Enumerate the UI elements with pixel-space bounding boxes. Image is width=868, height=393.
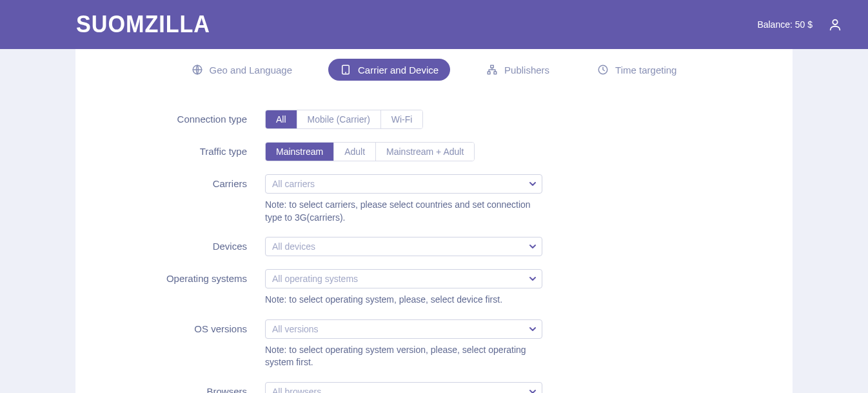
carriers-select[interactable]: All carriers (265, 174, 542, 194)
traffic-type-both[interactable]: Mainstream + Adult (376, 143, 474, 161)
svg-point-3 (346, 72, 346, 73)
chevron-down-icon (528, 324, 538, 334)
chevron-down-icon (528, 387, 538, 393)
tab-geo-language[interactable]: Geo and Language (180, 59, 304, 81)
label-browsers: Browsers (95, 382, 265, 393)
label-connection-type: Connection type (95, 110, 265, 125)
label-devices: Devices (95, 237, 265, 252)
os-note: Note: to select operating system, please… (265, 294, 542, 307)
connection-type-group: All Mobile (Carrier) Wi-Fi (265, 110, 423, 129)
label-operating-systems: Operating systems (95, 269, 265, 284)
select-value: All browsers (272, 387, 321, 393)
label-os-versions: OS versions (95, 319, 265, 334)
browsers-select[interactable]: All browsers (265, 382, 542, 393)
label-traffic-type: Traffic type (95, 142, 265, 157)
chevron-down-icon (528, 241, 538, 252)
select-value: All versions (272, 324, 319, 334)
select-value: All devices (272, 241, 315, 252)
settings-card: Geo and Language Carrier and Device P (75, 49, 793, 393)
os-select[interactable]: All operating systems (265, 269, 542, 288)
tablet-icon (340, 64, 351, 76)
tab-label: Carrier and Device (358, 65, 439, 76)
row-devices: Devices All devices (95, 237, 773, 256)
os-versions-note: Note: to select operating system version… (265, 344, 542, 369)
user-icon[interactable] (828, 17, 842, 32)
carriers-note: Note: to select carriers, please select … (265, 199, 542, 224)
row-operating-systems: Operating systems All operating systems … (95, 269, 773, 307)
top-bar: SUOMZILLA Balance: 50 $ (0, 0, 868, 49)
chevron-down-icon (528, 274, 538, 284)
tab-carrier-device[interactable]: Carrier and Device (328, 59, 450, 81)
globe-icon (192, 64, 203, 76)
row-browsers: Browsers All browsers Note: to select br… (95, 382, 773, 393)
sitemap-icon (486, 64, 498, 76)
svg-point-0 (833, 20, 837, 25)
traffic-type-mainstream[interactable]: Mainstream (266, 143, 334, 161)
logo: SUOMZILLA (76, 11, 210, 38)
devices-select[interactable]: All devices (265, 237, 542, 256)
row-traffic-type: Traffic type Mainstream Adult Mainstream… (95, 142, 773, 161)
row-carriers: Carriers All carriers Note: to select ca… (95, 174, 773, 224)
tab-label: Geo and Language (210, 65, 292, 76)
traffic-type-group: Mainstream Adult Mainstream + Adult (265, 142, 475, 161)
tab-label: Publishers (504, 65, 549, 76)
connection-type-mobile[interactable]: Mobile (Carrier) (297, 110, 381, 128)
label-carriers: Carriers (95, 174, 265, 189)
traffic-type-adult[interactable]: Adult (334, 143, 376, 161)
row-connection-type: Connection type All Mobile (Carrier) Wi-… (95, 110, 773, 129)
row-os-versions: OS versions All versions Note: to select… (95, 319, 773, 369)
tab-publishers[interactable]: Publishers (475, 59, 561, 81)
tab-time-targeting[interactable]: Time targeting (586, 59, 688, 81)
tab-bar: Geo and Language Carrier and Device P (75, 55, 793, 84)
clock-icon (597, 64, 609, 76)
balance-text: Balance: 50 $ (757, 19, 813, 30)
select-value: All carriers (272, 179, 315, 189)
select-value: All operating systems (272, 274, 358, 284)
tab-label: Time targeting (615, 65, 676, 76)
chevron-down-icon (528, 179, 538, 189)
connection-type-wifi[interactable]: Wi-Fi (381, 110, 423, 128)
connection-type-all[interactable]: All (266, 110, 297, 128)
os-versions-select[interactable]: All versions (265, 319, 542, 339)
